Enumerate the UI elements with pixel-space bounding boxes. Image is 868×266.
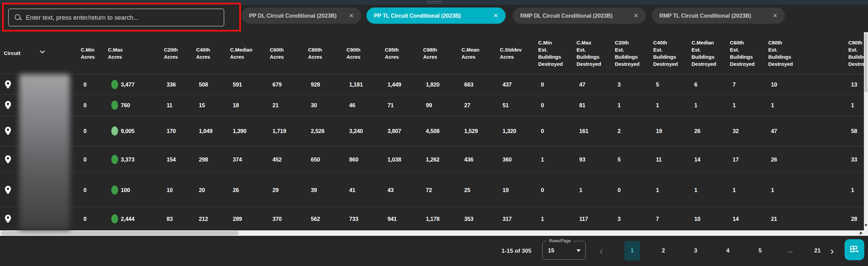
location-pin-icon[interactable] <box>4 185 12 194</box>
table-cell: 0 <box>541 81 544 88</box>
table-row[interactable]: 02,444832122893705627339411,178353317111… <box>0 207 868 230</box>
table-cell: 1 <box>771 187 774 193</box>
filter-chip-rmp-tl[interactable]: RMP TL Circuit Conditional (2023B) ✕ <box>652 7 785 24</box>
table-row[interactable]: 09,0051701,0491,3901,7192,5263,2403,8074… <box>0 116 868 146</box>
table-cell: 9,005 <box>121 128 134 134</box>
column-header[interactable]: C95th Acres <box>385 32 399 74</box>
vertical-scrollbar[interactable] <box>864 32 868 230</box>
chip-remove-icon[interactable]: ✕ <box>773 12 777 19</box>
next-page-button[interactable]: › <box>825 236 839 266</box>
filter-chip-pp-tl[interactable]: PP TL Circuit Conditional (2023B) ✕ <box>366 7 506 24</box>
export-table-button[interactable] <box>845 239 864 260</box>
table-cell: 941 <box>388 216 397 222</box>
column-header[interactable]: C.Stddev Acres <box>500 32 522 74</box>
column-header[interactable]: C90th Est. Buildings Destroyed <box>848 32 864 74</box>
column-header[interactable]: C.Max Acres <box>108 32 123 74</box>
column-header[interactable]: C.Median Acres <box>230 32 252 74</box>
table-cell: 32 <box>733 128 739 134</box>
table-row[interactable]: 01001020262939414372251901011111 <box>0 172 868 207</box>
page-button-5[interactable]: 5 <box>752 241 768 261</box>
column-header[interactable]: C.Min Acres <box>81 32 95 74</box>
location-pin-icon[interactable] <box>4 155 12 164</box>
table-cell: 1,719 <box>272 128 286 134</box>
scroll-down-arrow-icon[interactable] <box>865 224 867 227</box>
prev-page-button[interactable]: ‹ <box>595 236 608 266</box>
acres-status-dot <box>111 155 118 164</box>
table-cell: 1 <box>694 102 697 109</box>
column-header-label: C.Max Acres <box>108 46 123 60</box>
table-row[interactable]: 03,3731542983744526508601,0381,262436360… <box>0 146 868 172</box>
chip-remove-icon[interactable]: ✕ <box>493 12 498 19</box>
column-header[interactable]: C40th Acres <box>196 32 210 74</box>
acres-status-dot <box>111 80 118 89</box>
table-cell: 1 <box>771 102 774 109</box>
search-input[interactable] <box>26 14 224 21</box>
table-cell: 27 <box>464 102 470 109</box>
column-header[interactable]: C60th Est. Buildings Destroyed <box>730 32 754 74</box>
chip-remove-icon[interactable]: ✕ <box>634 12 638 19</box>
dropdown-arrow-icon <box>577 249 581 252</box>
location-pin-icon[interactable] <box>4 101 12 110</box>
table-cell: 1 <box>694 187 697 193</box>
table-cell: 14 <box>733 216 739 222</box>
acres-status-dot <box>111 185 118 194</box>
page-button-4[interactable]: 4 <box>720 241 736 261</box>
table-cell: 452 <box>272 156 282 163</box>
table-cell: 1,178 <box>426 216 439 222</box>
drag-handle[interactable] <box>427 1 442 2</box>
search-box[interactable] <box>8 8 224 26</box>
column-header-label: C90th Est. Buildings Destroyed <box>848 39 864 68</box>
filter-chip-rmp-dl[interactable]: RMP DL Circuit Conditional (2023B) ✕ <box>513 7 646 24</box>
table-cell: 928 <box>311 81 320 88</box>
column-header[interactable]: C20th Est. Buildings Destroyed <box>615 32 639 74</box>
table-cell: 2,444 <box>121 216 134 222</box>
table-cell: 21 <box>272 102 279 109</box>
table-row[interactable]: 076011151821304671992751081111111 <box>0 94 868 116</box>
table-cell: 29 <box>272 187 279 193</box>
column-header[interactable]: C60th Acres <box>270 32 284 74</box>
location-pin-icon[interactable] <box>4 214 12 224</box>
rows-per-page-select[interactable]: Rows/Page 15 <box>542 239 586 260</box>
page-button-21[interactable]: 21 <box>810 241 825 261</box>
chip-remove-icon[interactable]: ✕ <box>349 12 354 19</box>
circuit-table-app: PP DL Circuit Conditional (2023B) ✕ PP T… <box>0 0 868 266</box>
scroll-right-arrow-icon[interactable] <box>860 231 863 235</box>
column-header-label: C.Median Acres <box>230 46 252 60</box>
location-pin-icon[interactable] <box>4 127 12 136</box>
table-cell: 3,373 <box>121 156 134 163</box>
table-cell: 25 <box>464 187 470 193</box>
column-header[interactable]: C.Mean Acres <box>461 32 479 74</box>
column-header[interactable]: C90th Acres <box>346 32 360 74</box>
column-header[interactable]: C.Min Est. Buildings Destroyed <box>538 32 563 74</box>
column-header[interactable]: C.Median Est. Buildings Destroyed <box>692 32 716 74</box>
horizontal-scrollbar-thumb[interactable] <box>1 231 239 235</box>
table-cell: 13 <box>851 81 857 88</box>
chevron-down-icon[interactable] <box>40 50 45 54</box>
column-header-label: C80th Est. Buildings Destroyed <box>768 39 793 68</box>
table-cell: 1,820 <box>426 81 439 88</box>
column-header[interactable]: C98th Acres <box>423 32 437 74</box>
page-button-2[interactable]: 2 <box>656 241 671 261</box>
rows-range-label: 1-15 of 305 <box>502 236 531 266</box>
location-pin-icon[interactable] <box>4 80 12 89</box>
horizontal-scrollbar[interactable] <box>0 230 868 236</box>
table-row[interactable]: 03,4773365085916799281,1811,4491,8206634… <box>0 74 868 94</box>
page-button-3[interactable]: 3 <box>688 241 703 261</box>
table-cell: 1 <box>541 156 544 163</box>
filter-chip-pp-dl[interactable]: PP DL Circuit Conditional (2023B) ✕ <box>242 7 361 24</box>
column-header[interactable]: C80th Est. Buildings Destroyed <box>768 32 793 74</box>
vertical-scrollbar-thumb[interactable] <box>865 33 867 92</box>
table-cell: 436 <box>464 156 473 163</box>
table-cell: 317 <box>503 216 512 222</box>
column-header-label: C95th Acres <box>385 46 399 60</box>
page-button-1[interactable]: 1 <box>624 241 640 261</box>
column-header[interactable]: C80th Acres <box>308 32 322 74</box>
column-header-circuit[interactable]: Circuit <box>4 32 20 74</box>
table-cell: 0 <box>83 128 87 134</box>
column-header[interactable]: C.Max Est. Buildings Destroyed <box>577 32 601 74</box>
table-cell: 437 <box>503 81 512 88</box>
column-header[interactable]: C20th Acres <box>164 32 178 74</box>
table-cell: 39 <box>311 187 317 193</box>
column-header-label: C98th Acres <box>423 46 437 60</box>
column-header[interactable]: C40th Est. Buildings Destroyed <box>653 32 678 74</box>
